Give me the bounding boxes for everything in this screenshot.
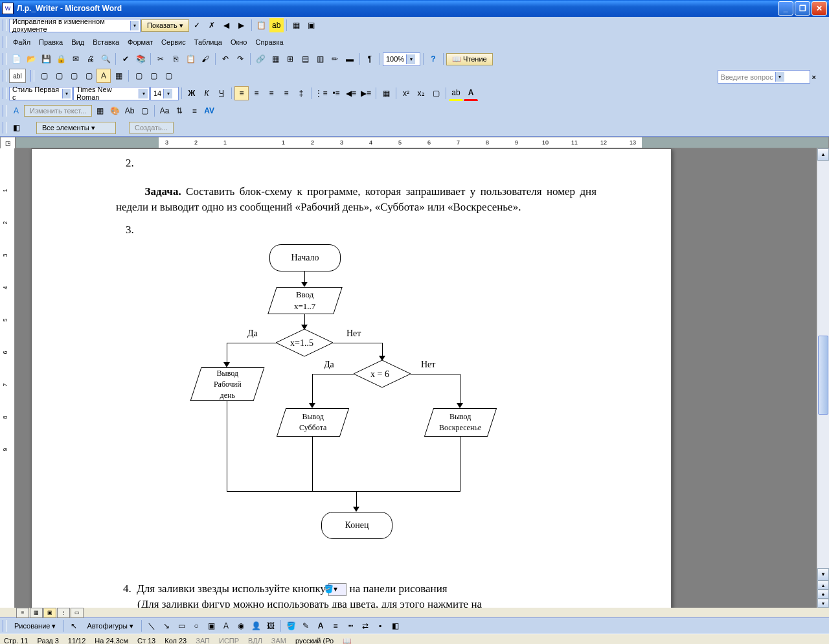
ruler-corner[interactable]: ◳ [0, 137, 16, 150]
hf-icon-5[interactable]: A [97, 69, 111, 83]
insert-wordart-icon[interactable]: A [219, 619, 233, 633]
superscript-icon[interactable]: x² [399, 86, 413, 100]
line-spacing-icon[interactable]: ‡ [294, 86, 308, 100]
undo-icon[interactable]: ↶ [218, 52, 233, 66]
edit-text-button[interactable]: Изменить текст... [24, 105, 92, 117]
doc-close-icon[interactable]: × [812, 73, 816, 81]
spell-check-icon[interactable]: ✔ [119, 52, 133, 66]
track-changes-combo[interactable]: Исправления в измененном документе ▾ [9, 19, 141, 32]
excel-icon[interactable]: ▤ [298, 52, 312, 66]
wa-shape-icon[interactable]: Ab [122, 104, 137, 118]
increase-indent-icon[interactable]: ▶≡ [359, 86, 373, 100]
reviewing-pane-icon[interactable]: ▦ [290, 18, 304, 32]
line-shape-icon[interactable]: ＼ [144, 619, 159, 633]
align-center-icon[interactable]: ≡ [249, 86, 264, 100]
bullets-icon[interactable]: •≡ [329, 86, 343, 100]
align-left-icon[interactable]: ≡ [234, 86, 249, 100]
shadow-icon[interactable]: ▪ [373, 619, 387, 633]
menu-file[interactable]: Файл [9, 37, 34, 47]
scroll-up-icon[interactable]: ▲ [817, 148, 829, 161]
menu-help[interactable]: Справка [251, 37, 287, 47]
menu-view[interactable]: Вид [67, 37, 88, 47]
picture-icon[interactable]: 🖼 [264, 619, 278, 633]
wa-wrap-icon[interactable]: ▢ [137, 104, 152, 118]
wa-format-icon[interactable]: 🎨 [108, 104, 122, 118]
style-combo[interactable]: Стиль Первая с▾ [9, 87, 73, 100]
menu-insert[interactable]: Вставка [89, 37, 123, 47]
highlight-color-icon[interactable]: ab [449, 86, 463, 101]
cut-icon[interactable]: ✂ [153, 52, 168, 66]
hf-icon-4[interactable]: ▢ [82, 69, 96, 83]
menu-edit[interactable]: Правка [35, 37, 67, 47]
numbering-icon[interactable]: ⋮≡ [314, 86, 328, 100]
next-change-icon[interactable]: ▶ [234, 18, 249, 32]
drawing-toolbar-icon[interactable]: ✏ [328, 52, 342, 66]
menu-tools[interactable]: Сервис [157, 37, 190, 47]
save-icon[interactable]: 💾 [39, 52, 53, 66]
scroll-down-icon[interactable]: ▼ [817, 568, 829, 581]
new-doc-icon[interactable]: 📄 [9, 52, 23, 66]
dash-style-icon[interactable]: ┅ [343, 619, 358, 633]
help-search-input[interactable]: Введите вопрос ▾ [718, 70, 810, 84]
comment-icon[interactable]: 📋 [255, 18, 269, 32]
hf-icon-1[interactable]: ▢ [37, 69, 51, 83]
research-icon[interactable]: 📚 [133, 52, 148, 66]
copy-icon[interactable]: ⎘ [168, 52, 183, 66]
prev-change-icon[interactable]: ◀ [220, 18, 234, 32]
align-right-icon[interactable]: ≡ [264, 86, 278, 100]
open-icon[interactable]: 📂 [24, 52, 38, 66]
horizontal-ruler[interactable]: ◳ 3 2 1 1 2 3 4 5 6 7 8 9 10 11 12 13 [0, 137, 829, 148]
fill-color-icon[interactable]: 🪣 [284, 619, 298, 633]
line-style-icon[interactable]: ≡ [328, 619, 343, 633]
browse-object-icon[interactable]: ● [817, 590, 829, 599]
maximize-button[interactable]: ❐ [795, 1, 810, 16]
help-icon[interactable]: ? [426, 52, 440, 66]
hyperlink-icon[interactable]: 🔗 [253, 52, 267, 66]
create-button[interactable]: Создать... [129, 122, 174, 133]
wa-gallery-icon[interactable]: ▦ [93, 104, 107, 118]
prev-page-icon[interactable]: ▲ [817, 581, 829, 590]
balloon-icon[interactable]: ▣ [304, 18, 319, 32]
mail-icon[interactable]: ✉ [69, 52, 83, 66]
font-combo[interactable]: Times New Roman▾ [73, 87, 150, 100]
textbox-icon[interactable]: ▣ [204, 619, 218, 633]
status-book-icon[interactable]: 📖 [343, 637, 352, 645]
hf-icon-3[interactable]: ▢ [67, 69, 81, 83]
hf-icon-2[interactable]: ▢ [52, 69, 66, 83]
autoshapes-menu[interactable]: Автофигуры▾ [82, 621, 139, 632]
scroll-thumb[interactable] [818, 336, 828, 415]
italic-icon[interactable]: К [199, 86, 214, 100]
zoom-combo[interactable]: 100%▾ [383, 52, 420, 66]
list-icon[interactable]: ◧ [9, 121, 23, 135]
decrease-indent-icon[interactable]: ◀≡ [344, 86, 358, 100]
wa-vertical-icon[interactable]: ⇅ [172, 104, 187, 118]
hf-icon-8[interactable]: ▢ [146, 69, 161, 83]
font-color-icon[interactable]: A [464, 86, 478, 101]
all-elements-button[interactable]: Все элементы▾ [36, 122, 116, 134]
reading-view-icon[interactable]: ▭ [71, 608, 84, 618]
print-view-icon[interactable]: ▣ [43, 608, 56, 618]
highlight-icon[interactable]: ab [269, 18, 284, 32]
rect-shape-icon[interactable]: ▭ [174, 619, 188, 633]
vertical-scrollbar[interactable]: ▲ ▼ ▲ ● ▼ [817, 148, 829, 608]
hf-icon-7[interactable]: ▢ [131, 69, 146, 83]
arrow-style-icon[interactable]: ⇄ [358, 619, 372, 633]
borders-icon[interactable]: ▦ [379, 86, 393, 100]
doc-map-icon[interactable]: ▬ [343, 52, 357, 66]
paste-icon[interactable]: 📋 [183, 52, 198, 66]
hf-icon-6[interactable]: ▦ [111, 69, 126, 83]
close-button[interactable]: ✕ [812, 1, 827, 16]
vertical-ruler[interactable]: 12 34 56 78 9 [0, 148, 15, 608]
font-color-draw-icon[interactable]: A [313, 619, 328, 633]
justify-icon[interactable]: ≡ [279, 86, 293, 100]
menu-window[interactable]: Окно [227, 37, 251, 47]
select-objects-icon[interactable]: ↖ [67, 619, 81, 633]
show-formatting-icon[interactable]: ¶ [363, 52, 377, 66]
font-size-combo[interactable]: 14▾ [150, 87, 179, 100]
reject-change-icon[interactable]: ✗ [205, 18, 219, 32]
menu-format[interactable]: Формат [124, 37, 157, 47]
char-border-icon[interactable]: ▢ [429, 86, 443, 100]
web-view-icon[interactable]: ▦ [30, 608, 43, 618]
oval-shape-icon[interactable]: ○ [189, 619, 203, 633]
wa-align-icon[interactable]: ≡ [187, 104, 201, 118]
